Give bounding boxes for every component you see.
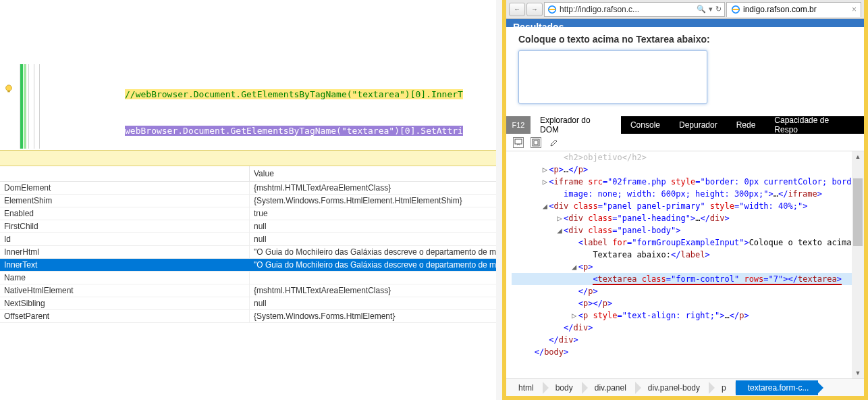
dom-tree[interactable]: <h2>objetivo</h2> ▷<p>…</p> ▷<iframe src… [506,151,852,378]
property-row[interactable]: InnerHtml"O Guia do Mochileiro das Galáx… [0,246,496,259]
ie-toolbar: ← → http://indigo.rafson.c... 🔍 ▾ ↻ indi… [506,0,864,19]
devtools-tab[interactable]: Depurador [670,116,727,134]
scroll-thumb[interactable] [853,178,863,246]
dom-node[interactable]: <h2>objetivo</h2> [512,151,852,164]
breadcrumb: htmlbodydiv.paneldiv.panel-bodyptextarea… [506,378,864,396]
breadcrumb-item[interactable]: div.panel-body [636,380,709,395]
devtools-tab[interactable]: Rede [727,116,765,134]
dom-node[interactable]: </body> [512,346,852,358]
svg-rect-6 [534,141,538,145]
devtools-tab[interactable]: Explorador do DOM [531,116,621,134]
select-element-icon[interactable] [513,137,524,148]
property-row[interactable]: DomElement{mshtml.HTMLTextAreaElementCla… [0,182,496,195]
code-comment: //webBrowser.Document.GetElementsByTagNa… [125,89,463,99]
dom-node[interactable]: ▷<p style="text-align: right;">…</p> [512,309,852,322]
address-bar[interactable]: http://indigo.rafson.c... 🔍 ▾ ↻ [544,2,725,17]
dom-node[interactable]: <p></p> [512,297,852,309]
form-label: Coloque o texto acima no Textarea abaixo… [518,34,852,45]
form-textarea[interactable] [518,50,707,104]
breadcrumb-item[interactable]: p [709,380,736,395]
dom-node[interactable]: <label for="formGroupExampleInput">Coloq… [512,236,852,249]
visual-studio-pane: //webBrowser.Document.GetElementsByTagNa… [0,0,496,400]
property-row[interactable]: NextSiblingnull [0,297,496,310]
dom-node[interactable]: </p> [512,285,852,297]
devtools-toolbar [506,134,864,151]
change-marker-green [20,64,23,149]
breadcrumb-item[interactable]: body [543,380,582,395]
svg-rect-1 [7,91,10,93]
dom-node[interactable]: </div> [512,322,852,334]
breadcrumb-item[interactable]: textarea.form-c... [736,380,819,395]
panel-heading: Resultados [506,19,864,27]
color-picker-icon[interactable] [548,138,558,147]
f12-badge: F12 [506,116,531,134]
property-row[interactable]: FirstChildnull [0,220,496,233]
property-row[interactable]: ElementShim{System.Windows.Forms.HtmlEle… [0,195,496,207]
dom-node[interactable]: </div> [512,334,852,346]
devtools-tabbar: F12 Explorador do DOMConsoleDepuradorRed… [506,116,864,134]
lightbulb-icon[interactable] [4,84,13,94]
info-bar [0,150,496,166]
properties-grid[interactable]: Value DomElement{mshtml.HTMLTextAreaElem… [0,166,496,323]
property-row[interactable]: Idnull [0,233,496,246]
code-editor[interactable]: //webBrowser.Document.GetElementsByTagNa… [0,64,496,149]
ie-logo-icon [731,5,740,14]
webpage-viewport: Resultados Coloque o texto acima no Text… [506,19,864,116]
devtools-tab[interactable]: Console [621,116,670,134]
close-icon[interactable]: × [852,5,857,14]
ie-window: ← → http://indigo.rafson.c... 🔍 ▾ ↻ indi… [502,0,868,400]
svg-rect-4 [515,139,522,144]
ie-logo-icon [547,5,557,14]
dom-node[interactable]: ▷<p>…</p> [512,164,852,176]
scroll-down-icon[interactable]: ▼ [852,368,864,378]
forward-button[interactable]: → [526,3,543,16]
search-icon[interactable]: 🔍 [697,5,706,14]
property-row[interactable]: NativeHtmlElement{mshtml.HTMLTextAreaEle… [0,284,496,297]
dom-node[interactable]: Textarea abaixo:</label> [512,249,852,261]
dom-node[interactable]: image: none; width: 600px; height: 300px… [512,188,852,200]
layout-icon[interactable] [531,137,541,148]
svg-point-0 [6,85,12,91]
dom-node[interactable]: ▷<iframe src="02frame.php style="border:… [512,176,852,188]
refresh-icon[interactable]: ↻ [715,5,722,14]
grid-header: Value [0,166,496,182]
devtools-tab[interactable]: Capacidade de Respo [765,116,864,134]
back-button[interactable]: ← [509,3,525,16]
change-marker-lightgreen [24,64,26,149]
dom-node[interactable]: <textarea class="form-control" rows="7">… [512,273,852,285]
breadcrumb-item[interactable]: div.panel [582,380,636,395]
dom-node[interactable]: ◢<p> [512,261,852,273]
breadcrumb-item[interactable]: html [506,380,543,395]
dom-node[interactable]: ▷<div class="panel-heading">…</div> [512,212,852,224]
code-selection: webBrowser.Document.GetElementsByTagName… [125,126,463,136]
scroll-up-icon[interactable]: ▲ [852,151,864,162]
property-row[interactable]: Name [0,272,496,284]
dom-node[interactable]: ◢<div class="panel-body"> [512,224,852,236]
browser-tab[interactable]: indigo.rafson.com.br × [726,2,861,17]
property-row[interactable]: OffsetParent{System.Windows.Forms.HtmlEl… [0,310,496,323]
editor-gutter [0,64,20,149]
property-row[interactable]: InnerText"O Guia do Mochileiro das Galáx… [0,259,496,272]
dom-node[interactable]: ◢<div class="panel panel-primary" style=… [512,200,852,212]
property-row[interactable]: Enabledtrue [0,207,496,220]
scrollbar[interactable]: ▲ ▼ [852,151,864,378]
